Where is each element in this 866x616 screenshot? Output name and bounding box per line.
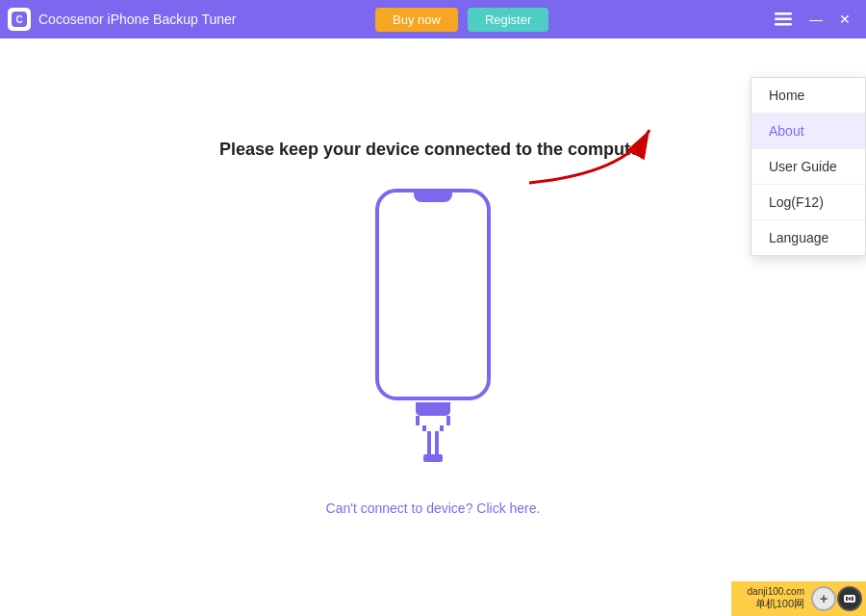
main-content: Please keep your device connected to the…: [0, 38, 866, 616]
titlebar-right: — ✕: [770, 6, 858, 33]
svg-rect-2: [775, 13, 792, 15]
watermark-text: 单机100网: [755, 597, 804, 611]
titlebar: C Cocosenor iPhone Backup Tuner Buy now …: [0, 0, 866, 38]
phone-cable: [416, 400, 450, 462]
watermark-icon-camera: [837, 586, 862, 611]
menu-item-home[interactable]: Home: [751, 78, 865, 114]
phone-notch: [414, 192, 452, 202]
watermark: danji100.com 单机100网 +: [731, 581, 866, 616]
cable-connector: [416, 402, 450, 416]
menu-item-language[interactable]: Language: [751, 220, 865, 255]
page-heading: Please keep your device connected to the…: [219, 140, 647, 160]
close-button[interactable]: ✕: [831, 6, 858, 33]
cant-connect-link[interactable]: Can't connect to device? Click here.: [326, 500, 541, 516]
buy-now-button[interactable]: Buy now: [375, 8, 458, 32]
minimize-button[interactable]: —: [802, 6, 829, 33]
phone-body: [375, 189, 491, 400]
menu-item-about[interactable]: About: [751, 114, 865, 149]
titlebar-left: C Cocosenor iPhone Backup Tuner: [8, 8, 236, 31]
dropdown-menu: Home About User Guide Log(F12) Language: [751, 77, 866, 256]
svg-text:C: C: [15, 14, 22, 25]
menu-button[interactable]: [770, 6, 797, 33]
watermark-icon-plus: +: [811, 586, 836, 611]
cable-narrow: [427, 431, 439, 454]
app-icon: C: [8, 8, 31, 31]
menu-item-log[interactable]: Log(F12): [751, 185, 865, 220]
cable-wide: [416, 416, 450, 425]
svg-rect-4: [775, 23, 792, 26]
cable-plug: [423, 454, 443, 462]
register-button[interactable]: Register: [468, 8, 548, 32]
svg-rect-3: [775, 18, 792, 21]
watermark-url: danji100.com: [748, 586, 804, 597]
phone-illustration: [375, 189, 491, 462]
menu-item-user-guide[interactable]: User Guide: [751, 149, 865, 185]
app-title: Cocosenor iPhone Backup Tuner: [38, 12, 236, 27]
